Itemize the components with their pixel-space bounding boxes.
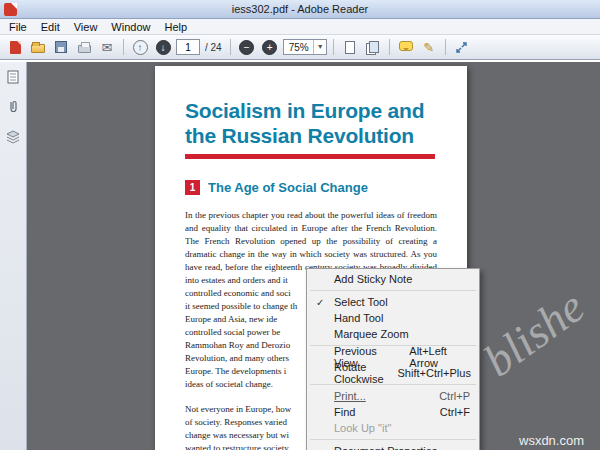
context-menu-item-label: Look Up "it" [334,422,391,434]
text-line: The French Revolution opened up the poss… [185,235,437,248]
zoom-level-select[interactable]: 75% ▼ [283,39,327,55]
toolbar-separator [333,39,334,55]
zoom-in-button[interactable]: + [260,37,280,57]
folder-icon [31,44,45,53]
context-menu-item[interactable]: Rotate Clockwise Shift+Ctrl+Plus [308,365,478,381]
chapter-title-line1: Socialism in Europe and [185,98,437,123]
toolbar: ✉ ↑ ↓ / 24 − + 75% ▼ ✎ [0,35,600,60]
section-number-badge: 1 [185,180,200,195]
context-menu-item-label: Select Tool [334,296,388,308]
pages-panel-icon [5,69,21,85]
navigation-pane [0,62,27,450]
disk-icon [55,41,67,53]
menu-item[interactable]: Edit [34,20,67,34]
page-count-label: / 24 [203,42,224,53]
menu-bar: FileEditViewWindowHelp [0,19,600,35]
context-menu-item-label: Marquee Zoom [334,328,409,340]
diagonal-watermark: blishe [474,280,594,387]
context-menu-item[interactable]: Print... Ctrl+P [308,388,478,404]
work-area: Socialism in Europe and the Russian Revo… [0,62,600,450]
checkmark-icon: ✓ [316,297,324,308]
chevron-down-icon: ▼ [313,40,324,54]
context-menu-item-shortcut: Ctrl+F [426,406,470,418]
section-title: The Age of Social Change [208,180,368,195]
layers-icon [5,129,21,145]
context-menu-item [308,381,478,388]
toolbar-separator [123,39,124,55]
context-menu-item [308,287,478,294]
context-menu-item [308,436,478,443]
page-icon [345,41,355,54]
page-number-input[interactable] [176,39,200,55]
fullscreen-icon[interactable] [452,37,472,57]
single-page-view-icon[interactable] [340,37,360,57]
context-menu-item[interactable]: Hand Tool [308,310,478,326]
previous-page-button[interactable]: ↑ [130,37,150,57]
context-menu-item[interactable]: ✓ Select Tool [308,294,478,310]
pages-icon [366,41,379,53]
menu-item[interactable]: View [67,20,105,34]
two-page-view-icon[interactable] [363,37,383,57]
paperclip-icon [5,99,21,115]
plus-icon: + [262,40,277,55]
toolbar-separator [230,39,231,55]
printer-icon [78,45,91,53]
title-bar: iess302.pdf - Adobe Reader [0,0,600,19]
down-arrow-icon: ↓ [156,40,171,55]
context-menu-item[interactable]: Look Up "it" [308,420,478,436]
expand-arrows-icon [455,41,468,54]
up-arrow-icon: ↑ [133,40,148,55]
next-page-button[interactable]: ↓ [153,37,173,57]
print-icon[interactable] [74,37,94,57]
sign-icon[interactable]: ✎ [419,37,439,57]
text-line: In the previous chapter you read about t… [185,209,437,222]
context-menu-item-label: Add Sticky Note [334,273,412,285]
page-thumbnails-panel-button[interactable] [3,68,23,86]
attachments-panel-button[interactable] [3,98,23,116]
context-menu-item-label: Hand Tool [334,312,383,324]
toolbar-separator [445,39,446,55]
section-heading: 1 The Age of Social Change [185,179,437,195]
context-menu: Add Sticky Note ✓ Select Tool Hand Tool … [306,268,480,450]
text-line: and equality that circulated in Europe a… [185,222,437,235]
open-icon[interactable] [28,37,48,57]
context-menu-item[interactable]: Find Ctrl+F [308,404,478,420]
menu-item[interactable]: File [2,20,34,34]
toolbar-separator [389,39,390,55]
site-watermark: wsxdn.com [519,433,584,448]
zoom-out-button[interactable]: − [237,37,257,57]
window-title: iess302.pdf - Adobe Reader [0,3,600,15]
context-menu-item-label: Document Properties... [334,445,447,450]
save-icon[interactable] [51,37,71,57]
create-pdf-icon[interactable] [5,37,25,57]
context-menu-item-label: Find [334,406,355,418]
speech-bubble-icon [399,41,413,51]
context-menu-item[interactable]: Add Sticky Note [308,271,478,287]
menu-item[interactable]: Window [104,20,157,34]
comment-icon[interactable] [396,37,416,57]
document-icon [10,41,21,54]
context-menu-item[interactable]: Marquee Zoom [308,326,478,342]
context-menu-item-shortcut: Shift+Ctrl+Plus [384,367,471,379]
menu-item[interactable]: Help [157,20,194,34]
title-underline-rule [185,154,435,159]
context-menu-item-label: Print... [334,390,366,402]
pen-icon: ✎ [423,41,434,54]
text-line: dramatic change in the way in which soci… [185,248,437,261]
minus-icon: − [239,40,254,55]
email-icon[interactable]: ✉ [97,37,117,57]
chapter-title-line2: the Russian Revolution [185,123,437,148]
zoom-level-value: 75% [289,42,309,53]
envelope-icon: ✉ [102,41,113,54]
layers-panel-button[interactable] [3,128,23,146]
context-menu-item[interactable]: Document Properties... [308,443,478,450]
context-menu-item-shortcut: Ctrl+P [425,390,470,402]
